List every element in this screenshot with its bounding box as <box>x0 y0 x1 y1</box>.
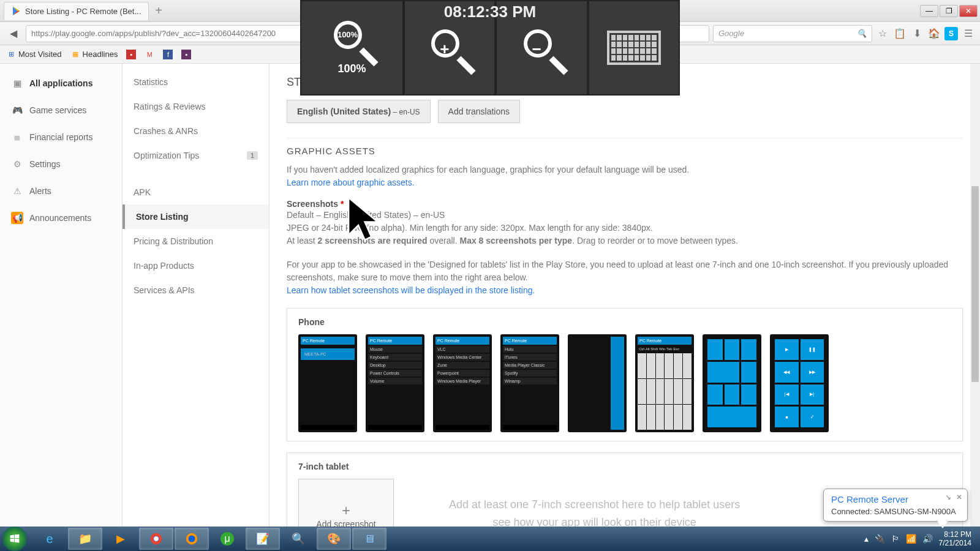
tablet-hint-text: Add at least one 7-inch screenshot here … <box>449 496 740 527</box>
url-text: https://play.google.com/apps/publish/?de… <box>31 29 276 38</box>
sidebar-apk[interactable]: APK <box>123 180 269 204</box>
taskbar-remote[interactable]: 🖥 <box>352 528 386 550</box>
sidebar-label: Store Listing <box>136 212 189 222</box>
sidebar-financial-reports[interactable]: ≣ Financial reports <box>0 124 122 151</box>
search-box[interactable]: Google 🔍 <box>713 25 872 42</box>
graphic-assets-heading: GRAPHIC ASSETS <box>287 146 963 156</box>
zoom-label: 100% <box>338 62 366 75</box>
headlines-bookmark[interactable]: ▦ Headlines <box>70 50 118 59</box>
close-button[interactable]: ✕ <box>959 5 978 17</box>
magnifier-minus-icon: − <box>524 29 560 66</box>
screenshot-thumbnail[interactable] <box>568 334 627 432</box>
sidebar-store-listing[interactable]: Store Listing <box>123 204 269 229</box>
language-selector-button[interactable]: English (United States) – en-US <box>287 100 431 123</box>
sidebar-all-applications[interactable]: ▣ All applications <box>0 70 122 97</box>
download-icon[interactable]: ⬇ <box>910 27 924 40</box>
megaphone-icon: 📢 <box>11 212 23 224</box>
sidebar-label: Optimization Tips <box>134 151 199 160</box>
sidebar-statistics[interactable]: Statistics <box>123 70 269 94</box>
tray-clock[interactable]: 8:12 PM 7/21/2014 <box>939 530 971 548</box>
taskbar-chrome[interactable] <box>139 528 173 550</box>
sidebar-label: Announcements <box>29 213 91 223</box>
skype-icon[interactable]: S <box>944 27 958 40</box>
maximize-button[interactable]: ❐ <box>940 5 958 17</box>
sidebar-ratings-reviews[interactable]: Ratings & Reviews <box>123 94 269 119</box>
notification-close-icon[interactable]: ✕ <box>956 493 962 501</box>
add-screenshot-button[interactable]: + Add screenshot <box>298 479 394 527</box>
screenshot-thumbnail[interactable]: ▶❚❚◀◀▶▶|◀▶|■⤢ <box>770 334 829 432</box>
sidebar-pricing-distribution[interactable]: Pricing & Distribution <box>123 229 269 253</box>
screenshot-thumbnail[interactable]: PC RemoteCtrl Alt Shift Win Tab Esc <box>635 334 694 432</box>
clipboard-icon[interactable]: 📋 <box>893 27 907 40</box>
taskbar-media-player[interactable]: ▶ <box>104 528 138 550</box>
taskbar-firefox[interactable] <box>175 528 209 550</box>
taskbar-explorer[interactable]: 📁 <box>68 528 102 550</box>
tablet-info-text: For your app to be showcased in the 'Des… <box>287 258 963 284</box>
screenshot-thumbnail[interactable]: PC RemoteHuluiTunesMedia Player ClassicS… <box>500 334 559 432</box>
tray-network-icon[interactable]: 🔌 <box>875 534 885 544</box>
tray-wifi-icon[interactable]: 📶 <box>906 534 916 544</box>
sidebar-services-apis[interactable]: Services & APIs <box>123 278 269 302</box>
sidebar-in-app-products[interactable]: In-app Products <box>123 253 269 278</box>
sidebar-crashes-anrs[interactable]: Crashes & ANRs <box>123 119 269 143</box>
facebook-icon[interactable]: f <box>163 50 173 59</box>
bookmark-favicon-4[interactable]: ▪ <box>181 50 191 59</box>
menu-icon[interactable]: ☰ <box>962 27 975 40</box>
minimize-button[interactable]: — <box>920 5 938 17</box>
tablet7-group-label: 7-inch tablet <box>298 462 951 471</box>
sidebar-game-services[interactable]: 🎮 Game services <box>0 97 122 124</box>
sidebar-alerts[interactable]: ⚠ Alerts <box>0 178 122 204</box>
browser-tab[interactable]: Store Listing - PC Remote (Bet... <box>4 2 149 20</box>
vertical-scrollbar[interactable] <box>970 64 980 527</box>
tray-expand-icon[interactable]: ▴ <box>864 534 869 544</box>
zoom-100-button[interactable]: 100% 100% <box>300 0 404 96</box>
learn-graphic-assets-link[interactable]: Learn more about graphic assets. <box>287 178 415 187</box>
tray-volume-icon[interactable]: 🔊 <box>922 534 933 544</box>
home-icon[interactable]: 🏠 <box>927 27 941 40</box>
secondary-sidebar: Statistics Ratings & Reviews Crashes & A… <box>123 64 270 527</box>
notification-title: PC Remote Server <box>831 494 960 504</box>
keyboard-icon <box>607 31 661 65</box>
taskbar-notepad[interactable]: 📝 <box>246 528 280 550</box>
back-button[interactable]: ◀ <box>5 25 22 42</box>
magnifier-plus-icon: + <box>431 29 468 66</box>
taskbar-app-1[interactable]: 🔍 <box>281 528 315 550</box>
badge-count: 1 <box>247 151 258 160</box>
game-icon: 🎮 <box>11 104 23 116</box>
taskbar-ie[interactable]: e <box>32 528 67 550</box>
clock-date: 7/21/2014 <box>939 539 971 547</box>
bookmark-star-icon[interactable]: ☆ <box>876 27 889 40</box>
alert-icon: ⚠ <box>11 185 23 197</box>
add-translations-button[interactable]: Add translations <box>438 100 520 123</box>
notification-popup: ↘ ✕ PC Remote Server Connected: SAMSUNG-… <box>823 489 968 522</box>
sidebar-label: Pricing & Distribution <box>134 236 213 246</box>
screenshot-thumbnail[interactable]: PC RemoteMouseKeyboardDesktopPower Contr… <box>366 334 424 432</box>
remote-cursor-icon <box>346 196 380 245</box>
tray-flag-icon[interactable]: 🏳 <box>891 534 900 544</box>
screenshot-thumbnail[interactable]: PC RemoteMEETA-PC <box>298 334 357 432</box>
bookmark-label: Most Visited <box>18 50 62 59</box>
learn-tablet-link[interactable]: Learn how tablet screenshots will be dis… <box>287 285 535 295</box>
add-screenshot-label: Add screenshot <box>316 519 375 527</box>
scrollbar-thumb[interactable] <box>971 186 979 382</box>
new-tab-button[interactable]: + <box>155 4 162 18</box>
notification-body: Connected: SAMSUNG-SM-N900A <box>831 507 960 516</box>
start-button[interactable] <box>2 527 27 551</box>
sidebar-optimization-tips[interactable]: Optimization Tips 1 <box>123 143 269 168</box>
sidebar-settings[interactable]: ⚙ Settings <box>0 151 122 178</box>
taskbar-utorrent[interactable]: μ <box>210 528 244 550</box>
bookmark-favicon-1[interactable]: ▪ <box>126 50 136 59</box>
notification-minimize-icon[interactable]: ↘ <box>945 493 951 501</box>
gmail-icon[interactable]: M <box>145 50 154 59</box>
phone-group-label: Phone <box>298 317 951 327</box>
screenshots-label: Screenshots <box>287 199 338 209</box>
screenshot-thumbnail[interactable]: PC RemoteVLCWindows Media CenterZunePowe… <box>433 334 492 432</box>
sidebar-announcements[interactable]: 📢 Announcements <box>0 204 122 231</box>
screenshot-thumbnail[interactable] <box>703 334 761 432</box>
money-icon: ≣ <box>11 131 23 143</box>
keyboard-button[interactable] <box>588 0 680 96</box>
taskbar-gimp[interactable]: 🎨 <box>317 528 351 550</box>
apps-icon: ▣ <box>11 77 23 89</box>
most-visited-bookmark[interactable]: ⊞ Most Visited <box>6 50 62 59</box>
format-info-text: JPEG or 24-bit PNG (no alpha). Min lengt… <box>287 222 963 234</box>
